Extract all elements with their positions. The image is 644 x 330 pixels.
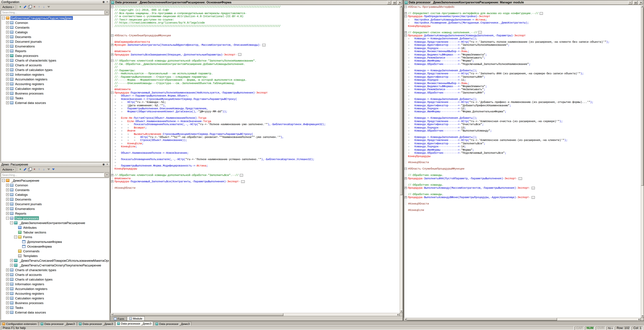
form-module-code-editor[interactable]: −///////////////////////////////////////…	[110, 5, 400, 313]
tree-item[interactable]: +_ДемоПечатьСписанийТоваровСИспользовани…	[1, 258, 109, 263]
collapse-box-icon[interactable]: −	[2, 16, 5, 19]
move-down-icon[interactable]: ↓	[42, 5, 46, 9]
fold-margin[interactable]: −	[111, 59, 114, 63]
collapsed-code-box[interactable]: ...	[532, 187, 535, 189]
fold-margin[interactable]: −	[111, 5, 114, 9]
horizontal-scrollbar[interactable]: ◄ ►	[110, 313, 400, 316]
vertical-scrollbar[interactable]: ▲ ▼	[400, 5, 402, 313]
expand-box-icon[interactable]: +	[6, 87, 9, 90]
expand-box-icon[interactable]: +	[6, 306, 9, 309]
add-icon[interactable]: +	[18, 167, 23, 172]
window-titlebar[interactable]: Data processor _ДемоЗаполнениеКонтрагент…	[404, 0, 644, 5]
tree-item[interactable]: +Tasks	[1, 96, 109, 100]
tree-item[interactable]: +Charts of accounts	[1, 272, 109, 277]
edit-icon[interactable]	[23, 5, 27, 9]
expand-box-icon[interactable]: +	[6, 59, 9, 62]
tree-item[interactable]: +Accumulation registers	[1, 77, 109, 81]
expand-box-icon[interactable]: +	[6, 202, 9, 205]
tab-form[interactable]: Form	[112, 316, 126, 320]
close-icon[interactable]: ×	[106, 163, 109, 166]
collapsed-code-box[interactable]: ...	[238, 53, 242, 56]
window-tab[interactable]: Data processor _ДемоЗапол..	[77, 321, 115, 326]
close-icon[interactable]: ×	[106, 0, 109, 4]
scroll-track[interactable]	[407, 318, 638, 320]
search-settings-icon[interactable]	[51, 167, 56, 172]
fold-expand-icon[interactable]: +	[111, 53, 114, 56]
tree-item[interactable]: Commands	[1, 249, 109, 253]
scroll-thumb[interactable]	[400, 8, 402, 195]
tree-item[interactable]: +External data sources	[1, 310, 109, 314]
collapsed-code-box[interactable]: ...	[478, 31, 482, 34]
clear-search-icon[interactable]: ×	[105, 10, 109, 15]
expand-box-icon[interactable]: +	[6, 193, 9, 196]
tree-item[interactable]: +External data sources	[1, 100, 109, 105]
fold-expand-icon[interactable]: +	[404, 12, 407, 15]
expand-box-icon[interactable]: +	[6, 273, 9, 276]
tree-item[interactable]: Attributes	[1, 225, 109, 230]
collapsed-code-box[interactable]: ...	[241, 180, 244, 183]
tree-item[interactable]: +Constants	[1, 187, 109, 192]
window-tab[interactable]: Data processor _ДемоЗапол..	[39, 321, 76, 326]
expand-box-icon[interactable]: +	[6, 82, 9, 85]
expand-box-icon[interactable]: +	[6, 26, 9, 29]
collapse-box-icon[interactable]: −	[10, 221, 13, 224]
scroll-up-icon[interactable]: ▲	[400, 5, 403, 8]
search-input[interactable]	[1, 173, 104, 177]
add-icon[interactable]: +	[18, 5, 23, 9]
fold-margin[interactable]: +	[111, 180, 114, 183]
tree-item[interactable]: ДополнительнаяФорма	[1, 239, 109, 244]
configuration-panel-titlebar[interactable]: Configuration ◉ ×	[0, 0, 110, 4]
tree-item[interactable]: +Charts of calculation types	[1, 67, 109, 72]
minimize-button[interactable]: –	[387, 1, 391, 4]
fold-collapse-icon[interactable]: −	[404, 6, 407, 8]
tree-item[interactable]: +Information registers	[1, 282, 109, 286]
fold-margin[interactable]: +	[404, 186, 408, 190]
pin-icon[interactable]: ◉	[102, 0, 106, 4]
tree-item[interactable]: +Accounting registers	[1, 291, 109, 296]
expand-box-icon[interactable]: +	[6, 268, 9, 271]
move-up-icon[interactable]: ↑	[37, 167, 42, 172]
fold-expand-icon[interactable]: +	[404, 196, 407, 199]
tree-item[interactable]: +Common	[1, 183, 109, 187]
tree-item[interactable]: +Charts of calculation types	[1, 277, 109, 282]
collapsed-code-box[interactable]: ...	[518, 177, 522, 180]
scroll-down-icon[interactable]: ▼	[641, 314, 644, 317]
vertical-scrollbar[interactable]: ▲ ▼	[641, 5, 644, 317]
fold-margin[interactable]: +	[404, 12, 408, 15]
manager-module-code-editor[interactable]: −#Область·ПрограммныйИнтерфейс+//·Опреде…	[404, 5, 641, 317]
expand-box-icon[interactable]: +	[6, 207, 9, 210]
expand-box-icon[interactable]: +	[6, 40, 9, 43]
tree-item[interactable]: +Documents	[1, 34, 109, 39]
tree-item[interactable]: +Business processes	[1, 91, 109, 96]
fold-expand-icon[interactable]: +	[404, 187, 407, 189]
tree-item[interactable]: +Business processes	[1, 300, 109, 305]
close-button[interactable]: ×	[398, 1, 402, 4]
tree-item[interactable]: −Data processors	[1, 216, 109, 220]
expand-box-icon[interactable]: +	[6, 282, 9, 285]
actions-menu-button[interactable]: Actions ▾	[1, 5, 16, 9]
tree-item[interactable]: +Documents	[1, 197, 109, 202]
tree-item[interactable]: +Enumerations	[1, 44, 109, 48]
collapsed-code-box[interactable]: ...	[540, 12, 543, 15]
expand-box-icon[interactable]: +	[6, 78, 9, 81]
tree-item[interactable]: +Reports	[1, 48, 109, 53]
fold-collapse-icon[interactable]: −	[111, 6, 114, 8]
scroll-left-icon[interactable]: ◄	[404, 318, 407, 321]
scroll-thumb[interactable]	[114, 313, 284, 316]
pin-icon[interactable]: ◉	[102, 163, 106, 166]
expand-box-icon[interactable]: +	[6, 278, 9, 281]
expand-box-icon[interactable]: +	[10, 264, 13, 267]
tree-item[interactable]: +Catalogs	[1, 30, 109, 34]
scroll-right-icon[interactable]: ►	[638, 318, 641, 321]
tree-item[interactable]: +Charts of characteristic types	[1, 58, 109, 63]
expand-box-icon[interactable]: +	[6, 31, 9, 34]
actions-menu-button[interactable]: Actions ▾	[1, 167, 16, 172]
tree-item[interactable]: Templates	[1, 253, 109, 258]
tree-item[interactable]: +Enumerations	[1, 206, 109, 211]
expand-box-icon[interactable]: +	[6, 73, 9, 76]
collapsed-code-box[interactable]: ...	[532, 196, 535, 199]
fold-margin[interactable]: −	[404, 34, 408, 37]
expand-box-icon[interactable]: +	[6, 21, 9, 24]
fold-collapse-icon[interactable]: −	[404, 34, 407, 37]
tree-item[interactable]: +Charts of characteristic types	[1, 267, 109, 272]
